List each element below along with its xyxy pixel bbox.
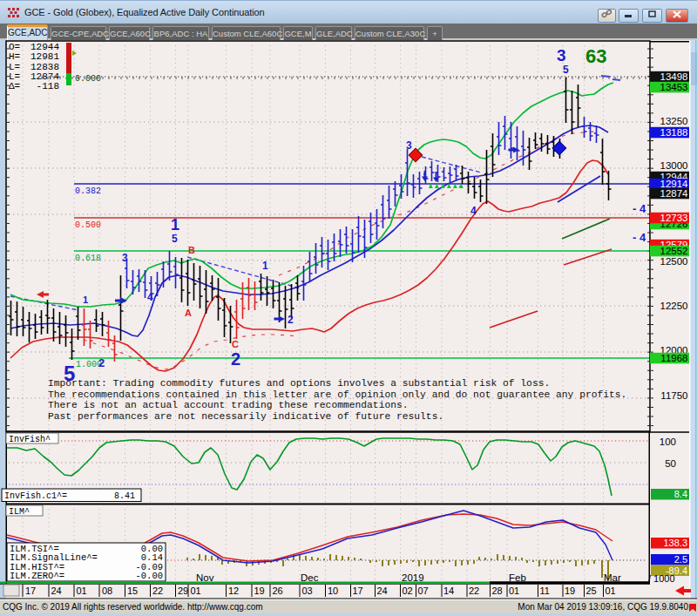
- svg-text:5: 5: [172, 233, 178, 245]
- svg-text:12981: 12981: [30, 51, 59, 62]
- svg-text:2: 2: [98, 356, 105, 369]
- svg-text:11968: 11968: [660, 353, 687, 363]
- svg-text:138.3: 138.3: [663, 538, 687, 548]
- svg-text:10: 10: [328, 586, 338, 596]
- svg-text:12500: 12500: [660, 256, 688, 267]
- svg-text:01: 01: [606, 586, 616, 596]
- svg-text:ILM.ZERO^=: ILM.ZERO^=: [10, 571, 64, 581]
- svg-text:12874: 12874: [660, 188, 689, 199]
- svg-text:L=: L=: [9, 62, 20, 72]
- svg-text:C: C: [232, 339, 239, 349]
- svg-text:12838: 12838: [30, 62, 59, 72]
- svg-text:3: 3: [406, 139, 412, 152]
- svg-text:3: 3: [122, 252, 128, 264]
- svg-text:0.618: 0.618: [75, 254, 101, 263]
- svg-text:19: 19: [254, 586, 265, 596]
- svg-text:/ 1000: / 1000: [648, 573, 675, 584]
- svg-text:12733: 12733: [660, 213, 688, 223]
- svg-text:Δ=: Δ=: [9, 81, 20, 91]
- svg-text:12944: 12944: [30, 42, 59, 52]
- svg-text:22: 22: [469, 586, 479, 596]
- svg-text:17: 17: [25, 586, 36, 596]
- svg-text:1: 1: [262, 260, 268, 272]
- svg-text:A: A: [185, 308, 192, 318]
- svg-text:1: 1: [171, 216, 179, 234]
- svg-text:12250: 12250: [660, 301, 688, 311]
- svg-text:5: 5: [563, 64, 569, 76]
- svg-text:-118: -118: [37, 81, 59, 91]
- svg-text:24: 24: [51, 586, 62, 596]
- svg-text:100: 100: [660, 437, 676, 447]
- svg-text:H=: H=: [9, 51, 20, 62]
- svg-text:O=: O=: [9, 42, 20, 52]
- svg-text:01: 01: [77, 586, 87, 596]
- svg-text:Nov: Nov: [196, 572, 214, 583]
- svg-text:B: B: [188, 245, 195, 255]
- svg-text:03: 03: [302, 586, 313, 596]
- svg-text:Past performances are not nece: Past performances are not necessarily in…: [48, 411, 443, 422]
- svg-text:24: 24: [377, 586, 388, 596]
- svg-text:The recommendations contained: The recommendations contained in this le…: [48, 389, 626, 400]
- svg-text:22: 22: [152, 586, 163, 596]
- svg-text:-0.00: -0.00: [135, 571, 163, 581]
- svg-text:2: 2: [231, 349, 240, 369]
- svg-text:11750: 11750: [660, 390, 687, 401]
- svg-text:17: 17: [353, 586, 363, 596]
- svg-text:- 4: - 4: [633, 202, 646, 215]
- svg-text:8.41: 8.41: [114, 491, 135, 501]
- svg-text:14: 14: [443, 586, 454, 596]
- svg-text:26: 26: [273, 586, 283, 596]
- svg-text:12874: 12874: [30, 71, 59, 82]
- svg-text:11: 11: [540, 586, 550, 596]
- svg-text:L=: L=: [9, 71, 20, 82]
- svg-text:There is not an actual account: There is not an actual account trading t…: [48, 400, 409, 410]
- svg-text:13453: 13453: [660, 82, 688, 92]
- svg-text:InvFish^: InvFish^: [9, 435, 51, 444]
- svg-text:63: 63: [585, 45, 606, 67]
- svg-text:4: 4: [147, 291, 153, 303]
- svg-text:28: 28: [492, 586, 503, 596]
- svg-text:2.5: 2.5: [674, 554, 687, 565]
- svg-text:50: 50: [665, 458, 676, 469]
- svg-text:13250: 13250: [660, 116, 688, 126]
- svg-text:02: 02: [403, 586, 413, 596]
- svg-text:InvFish.c1^=: InvFish.c1^=: [4, 491, 67, 501]
- svg-text:1: 1: [83, 294, 88, 305]
- svg-text:ILM^: ILM^: [9, 507, 30, 517]
- svg-text:2019: 2019: [402, 572, 424, 583]
- svg-text:Important: Trading commodity f: Important: Trading commodity futures and…: [48, 378, 550, 389]
- svg-text:4: 4: [470, 205, 477, 217]
- svg-text:29: 29: [178, 586, 188, 596]
- svg-text:12552: 12552: [660, 246, 688, 256]
- svg-text:13188: 13188: [660, 127, 688, 138]
- svg-text:15: 15: [127, 586, 138, 596]
- svg-text:0.382: 0.382: [75, 186, 101, 196]
- svg-text:01: 01: [509, 586, 519, 596]
- svg-text:12: 12: [228, 586, 239, 596]
- svg-text:13000: 13000: [660, 160, 688, 171]
- svg-text:08: 08: [102, 586, 112, 596]
- svg-text:07: 07: [418, 586, 429, 596]
- svg-text:- 4: - 4: [633, 231, 646, 244]
- svg-text:Feb: Feb: [509, 572, 526, 583]
- svg-text:8.4: 8.4: [674, 489, 687, 499]
- svg-text:2: 2: [288, 314, 294, 326]
- svg-text:Dec: Dec: [301, 572, 319, 583]
- svg-text:19: 19: [565, 586, 575, 596]
- svg-text:13498: 13498: [660, 71, 688, 82]
- svg-text:0.500: 0.500: [75, 220, 101, 230]
- svg-text:25: 25: [586, 586, 597, 596]
- svg-text:3: 3: [557, 46, 566, 64]
- svg-text:Mar: Mar: [604, 572, 621, 583]
- svg-text:0.000: 0.000: [75, 74, 101, 84]
- svg-text:01: 01: [191, 586, 201, 596]
